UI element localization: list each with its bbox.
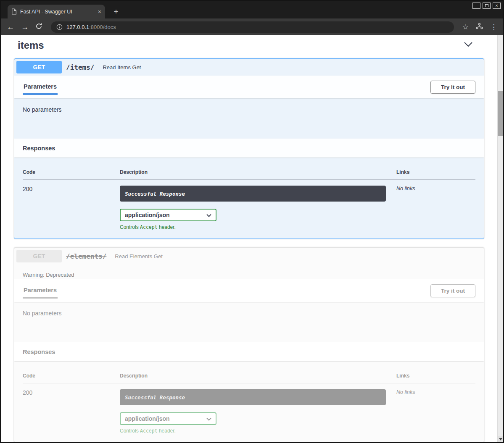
controls-note-prefix: Controls bbox=[120, 224, 140, 230]
maximize-icon bbox=[485, 4, 488, 7]
url-path: :8000/docs bbox=[89, 24, 116, 30]
column-description: Description bbox=[120, 373, 396, 379]
responses-body: Code Description Links 200 Successful Re… bbox=[14, 157, 484, 239]
controls-note-suffix: header. bbox=[158, 428, 176, 434]
parameters-tab[interactable]: Parameters bbox=[23, 79, 58, 95]
opblock-get-items: GET /items/ Read Items Get Parameters Tr… bbox=[14, 58, 484, 239]
try-it-out-button[interactable]: Try it out bbox=[430, 284, 475, 297]
controls-note-code: Accept bbox=[140, 428, 158, 434]
controls-accept-note: Controls Accept header. bbox=[120, 224, 396, 230]
select-chevron-icon bbox=[206, 212, 211, 218]
maximize-button[interactable] bbox=[483, 3, 491, 9]
deprecated-warning: Warning: Deprecated bbox=[14, 265, 484, 279]
response-description-box: Successful Response bbox=[120, 186, 386, 202]
column-links: Links bbox=[396, 169, 475, 175]
media-type-value: application/json bbox=[125, 212, 170, 218]
responses-header: Responses bbox=[14, 342, 484, 361]
response-description-text: Successful Response bbox=[125, 394, 185, 401]
endpoint-path: /elements/ bbox=[66, 252, 106, 260]
address-bar[interactable]: 127.0.0.1:8000/docs bbox=[51, 21, 454, 33]
select-chevron-icon bbox=[206, 415, 211, 422]
responses-title: Responses bbox=[23, 145, 55, 152]
close-window-button[interactable]: × bbox=[493, 3, 501, 9]
media-type-select[interactable]: application/json bbox=[120, 412, 216, 425]
reload-icon bbox=[35, 23, 42, 30]
page-content: items GET /items/ Read Items Get Paramet… bbox=[1, 35, 503, 442]
media-type-value: application/json bbox=[125, 415, 170, 422]
swagger-ui: items GET /items/ Read Items Get Paramet… bbox=[1, 35, 503, 442]
scrollbar-thumb[interactable] bbox=[498, 91, 503, 136]
responses-body: Code Description Links 200 Successful Re… bbox=[14, 361, 484, 442]
try-it-out-button[interactable]: Try it out bbox=[430, 81, 475, 94]
response-description-box: Successful Response bbox=[120, 389, 386, 405]
response-links: No links bbox=[396, 186, 475, 230]
response-code: 200 bbox=[23, 389, 120, 434]
window-titlebar: Fast API - Swagger UI × + × bbox=[1, 1, 503, 18]
url-text: 127.0.0.1:8000/docs bbox=[66, 23, 116, 31]
responses-title: Responses bbox=[23, 349, 55, 355]
responses-header: Responses bbox=[14, 139, 484, 157]
parameters-header: Parameters Try it out bbox=[14, 279, 484, 302]
scrollbar[interactable] bbox=[497, 35, 503, 442]
close-icon: × bbox=[495, 3, 498, 8]
endpoint-path: /items/ bbox=[66, 63, 94, 71]
parameters-body: No parameters bbox=[14, 302, 484, 342]
network-icon[interactable] bbox=[475, 23, 483, 31]
media-type-select[interactable]: application/json bbox=[120, 209, 216, 221]
window-controls: × bbox=[472, 3, 501, 9]
opblock-summary[interactable]: GET /elements/ Read Elements Get bbox=[14, 248, 484, 265]
endpoint-summary: Read Items Get bbox=[103, 64, 141, 71]
chevron-down-icon[interactable] bbox=[464, 42, 473, 49]
no-parameters-text: No parameters bbox=[23, 310, 62, 317]
tab-close-icon[interactable]: × bbox=[98, 8, 101, 15]
bookmark-star-icon[interactable]: ☆ bbox=[462, 24, 469, 31]
scrollbar-down-button[interactable] bbox=[498, 436, 503, 442]
scroll-down-arrow-icon bbox=[499, 438, 502, 440]
responses-table-header: Code Description Links bbox=[23, 370, 475, 383]
back-button[interactable]: ← bbox=[7, 23, 14, 31]
response-description-cell: Successful Response application/json Con… bbox=[120, 389, 396, 434]
response-code: 200 bbox=[23, 186, 120, 230]
controls-note-suffix: header. bbox=[158, 224, 176, 230]
browser-window: Fast API - Swagger UI × + × ← → 127.0.0.… bbox=[0, 0, 504, 443]
column-code: Code bbox=[23, 373, 120, 379]
column-description: Description bbox=[120, 169, 396, 175]
parameters-header: Parameters Try it out bbox=[14, 76, 484, 98]
minimize-icon bbox=[475, 7, 478, 7]
no-parameters-text: No parameters bbox=[23, 106, 62, 113]
method-badge: GET bbox=[16, 61, 62, 73]
controls-accept-note: Controls Accept header. bbox=[120, 428, 396, 434]
response-description-cell: Successful Response application/json Con… bbox=[120, 186, 396, 230]
response-row: 200 Successful Response application/json… bbox=[23, 180, 475, 230]
responses-table-header: Code Description Links bbox=[23, 166, 475, 180]
browser-tab[interactable]: Fast API - Swagger UI × bbox=[8, 5, 105, 18]
opblock-summary[interactable]: GET /items/ Read Items Get bbox=[14, 59, 484, 76]
tab-title: Fast API - Swagger UI bbox=[20, 9, 95, 15]
parameters-body: No parameters bbox=[14, 98, 484, 139]
parameters-tab[interactable]: Parameters bbox=[23, 283, 58, 299]
menu-dots-icon[interactable]: ⋮ bbox=[490, 24, 497, 31]
column-code: Code bbox=[23, 169, 120, 175]
forward-button[interactable]: → bbox=[21, 23, 29, 31]
endpoint-summary: Read Elements Get bbox=[115, 253, 162, 260]
response-description-text: Successful Response bbox=[125, 191, 185, 197]
response-row: 200 Successful Response application/json… bbox=[23, 383, 475, 434]
page-favicon-icon bbox=[11, 8, 17, 15]
site-info-icon[interactable] bbox=[56, 24, 63, 30]
url-host: 127.0.0.1 bbox=[66, 24, 89, 30]
controls-note-prefix: Controls bbox=[120, 428, 140, 434]
tag-section-header[interactable]: items bbox=[14, 37, 484, 54]
column-links: Links bbox=[396, 373, 475, 379]
new-tab-button[interactable]: + bbox=[110, 6, 122, 18]
tag-title: items bbox=[18, 39, 44, 51]
response-links: No links bbox=[396, 389, 475, 434]
browser-toolbar: ← → 127.0.0.1:8000/docs ☆ ⋮ bbox=[1, 18, 503, 35]
reload-button[interactable] bbox=[35, 23, 42, 31]
minimize-button[interactable] bbox=[472, 3, 480, 9]
opblock-get-elements-deprecated: GET /elements/ Read Elements Get Warning… bbox=[14, 247, 484, 442]
method-badge: GET bbox=[16, 250, 62, 262]
controls-note-code: Accept bbox=[140, 224, 158, 230]
